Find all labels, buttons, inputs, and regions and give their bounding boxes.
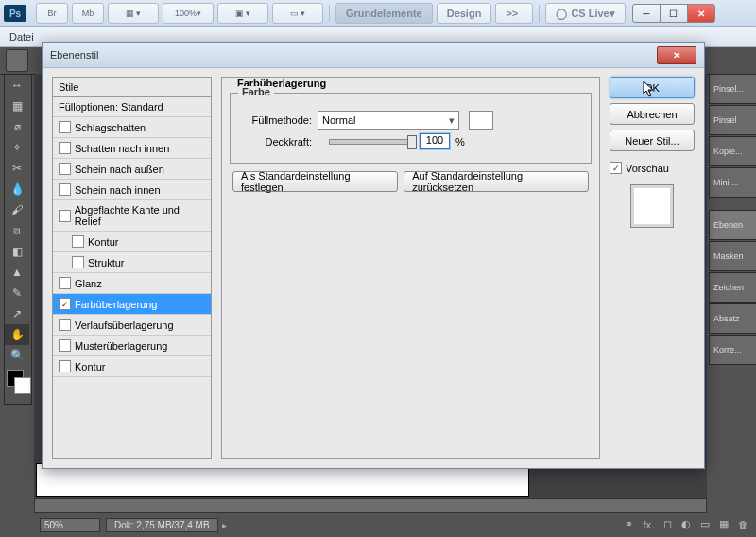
background-color[interactable] xyxy=(14,377,31,394)
panel-ebenen[interactable]: Ebenen xyxy=(709,210,756,240)
style-item-0[interactable]: Fülloptionen: Standard xyxy=(53,97,211,117)
workspace-grundelemente[interactable]: Grundelemente xyxy=(335,3,433,24)
move-tool[interactable]: ↔ xyxy=(5,75,29,95)
style-label: Kontur xyxy=(75,361,105,372)
dialog-title: Ebenenstil xyxy=(50,49,98,61)
style-item-3[interactable]: Schein nach außen xyxy=(53,159,211,180)
make-default-button[interactable]: Als Standardeinstellung festlegen xyxy=(232,171,398,192)
color-swatches[interactable] xyxy=(5,366,31,404)
eraser-tool[interactable]: ◧ xyxy=(5,241,29,262)
style-item-2[interactable]: Schatten nach innen xyxy=(53,138,211,159)
panel-pinsel[interactable]: Pinsel xyxy=(709,105,756,135)
marquee-tool[interactable]: ▦ xyxy=(5,95,29,116)
view-extras-dropdown[interactable]: ▦ ▾ xyxy=(108,3,159,24)
style-checkbox[interactable] xyxy=(59,142,71,154)
style-checkbox[interactable] xyxy=(72,256,84,268)
dialog-close-button[interactable]: ✕ xyxy=(657,46,696,64)
bridge-button[interactable]: Br xyxy=(36,3,68,24)
style-item-1[interactable]: Schlagschatten xyxy=(53,117,211,138)
style-checkbox[interactable]: ✓ xyxy=(59,298,71,310)
preview-checkbox-row[interactable]: ✓ Vorschau xyxy=(610,162,695,174)
style-item-8[interactable]: Glanz xyxy=(53,273,211,294)
style-label: Struktur xyxy=(88,257,125,268)
style-item-5[interactable]: Abgeflachte Kante und Relief xyxy=(53,200,211,232)
style-checkbox[interactable] xyxy=(59,360,71,372)
deckkraft-slider[interactable] xyxy=(329,139,416,145)
status-document-size[interactable]: Dok: 2,75 MB/37,4 MB xyxy=(106,518,218,532)
lasso-tool[interactable]: ⌀ xyxy=(5,116,29,137)
zoom-tool[interactable]: 🔍 xyxy=(5,345,29,366)
new-style-button[interactable]: Neuer Stil... xyxy=(610,130,695,151)
gradient-tool[interactable]: ▲ xyxy=(5,262,29,283)
style-checkbox[interactable] xyxy=(59,277,71,289)
close-button[interactable]: ✕ xyxy=(687,4,715,23)
fx-icon[interactable]: fx. xyxy=(643,519,654,530)
new-layer-icon[interactable]: ▦ xyxy=(719,518,729,530)
adjustment-icon[interactable]: ◐ xyxy=(681,518,691,530)
hand-tool[interactable]: ✋ xyxy=(5,324,29,345)
style-item-10[interactable]: Verlaufsüberlagerung xyxy=(53,315,211,336)
minibridge-button[interactable]: Mb xyxy=(72,3,104,24)
fuellmethode-combo[interactable]: Normal xyxy=(318,111,459,130)
workspace-more[interactable]: >> xyxy=(495,3,533,24)
app-logo: Ps xyxy=(4,5,26,22)
pen-tool[interactable]: ✎ xyxy=(5,283,29,303)
minimize-button[interactable]: ─ xyxy=(632,4,661,23)
preview-checkbox[interactable]: ✓ xyxy=(610,162,622,174)
panel-pinsel-preset[interactable]: Pinsel... xyxy=(709,74,756,104)
status-arrow-icon[interactable]: ▸ xyxy=(222,520,227,530)
eyedropper-tool[interactable]: 💧 xyxy=(5,179,29,199)
status-zoom[interactable]: 50% xyxy=(40,518,100,532)
style-checkbox[interactable] xyxy=(59,163,71,175)
arrange-dropdown[interactable]: ▣ ▾ xyxy=(217,3,268,24)
style-label: Glanz xyxy=(75,278,102,289)
ok-button[interactable]: OK xyxy=(610,77,695,98)
style-item-6[interactable]: Kontur xyxy=(53,232,211,252)
path-tool[interactable]: ↗ xyxy=(5,303,29,324)
crop-tool[interactable]: ✂ xyxy=(5,158,29,179)
style-item-7[interactable]: Struktur xyxy=(53,252,211,273)
toolbox: ↔ ▦ ⌀ ✧ ✂ 💧 🖌 ⧇ ◧ ▲ ✎ ↗ ✋ 🔍 xyxy=(4,74,32,405)
link-layers-icon[interactable]: ⚭ xyxy=(625,518,633,530)
slider-thumb[interactable] xyxy=(407,135,417,149)
menu-file[interactable]: Datei xyxy=(9,31,34,43)
reset-default-button[interactable]: Auf Standardeinstellung zurücksetzen xyxy=(404,171,589,192)
maximize-button[interactable]: ☐ xyxy=(660,4,688,23)
folder-icon[interactable]: ▭ xyxy=(700,518,710,530)
panel-mini[interactable]: Mini ... xyxy=(709,167,756,198)
deckkraft-input[interactable]: 100 xyxy=(420,133,450,149)
zoom-dropdown[interactable]: 100% ▾ xyxy=(163,3,214,24)
style-label: Farbüberlagerung xyxy=(75,299,157,310)
style-item-12[interactable]: Kontur xyxy=(53,356,211,377)
style-item-9[interactable]: ✓Farbüberlagerung xyxy=(53,294,211,315)
panel-masken[interactable]: Masken xyxy=(709,241,756,271)
style-checkbox[interactable] xyxy=(59,339,71,352)
style-label: Schlagschatten xyxy=(75,122,146,133)
brush-tool[interactable]: 🖌 xyxy=(5,199,29,220)
style-label: Schein nach außen xyxy=(75,164,164,175)
style-checkbox[interactable] xyxy=(59,183,71,196)
style-checkbox[interactable] xyxy=(59,121,71,133)
trash-icon[interactable]: 🗑 xyxy=(738,519,748,530)
cancel-button[interactable]: Abbrechen xyxy=(610,103,695,125)
stamp-tool[interactable]: ⧇ xyxy=(5,220,29,241)
panel-kopie[interactable]: Kopie... xyxy=(709,136,756,166)
style-checkbox[interactable] xyxy=(59,210,71,222)
styles-list-header[interactable]: Stile xyxy=(53,78,211,97)
screen-mode-dropdown[interactable]: ▭ ▾ xyxy=(272,3,323,24)
cslive-button[interactable]: ◯ CS Live ▾ xyxy=(545,3,625,24)
dialog-titlebar[interactable]: Ebenenstil ✕ xyxy=(43,43,704,68)
panel-korre[interactable]: Korre... xyxy=(709,335,756,365)
mask-icon[interactable]: ◻ xyxy=(663,518,672,530)
panel-absatz[interactable]: Absatz xyxy=(709,303,756,334)
color-swatch[interactable] xyxy=(469,111,493,130)
style-item-11[interactable]: Musterüberlagerung xyxy=(53,336,211,356)
wand-tool[interactable]: ✧ xyxy=(5,137,29,158)
panel-zeichen[interactable]: Zeichen xyxy=(709,272,756,303)
workspace-design[interactable]: Design xyxy=(437,3,492,24)
style-checkbox[interactable] xyxy=(59,319,71,331)
preview-label: Vorschau xyxy=(626,163,669,174)
style-item-4[interactable]: Schein nach innen xyxy=(53,180,211,200)
horizontal-scrollbar[interactable] xyxy=(34,498,707,513)
style-checkbox[interactable] xyxy=(72,235,84,248)
